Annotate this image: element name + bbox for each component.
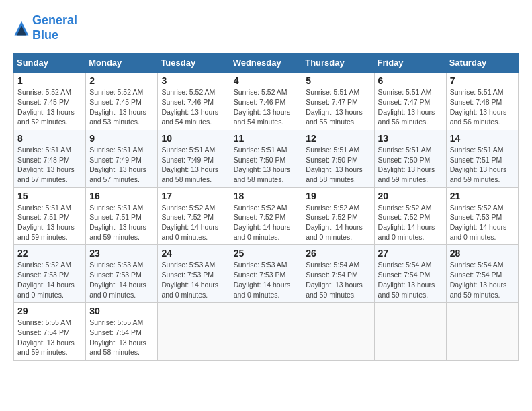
calendar-week-row: 22 Sunrise: 5:52 AM Sunset: 7:53 PM Dayl…: [14, 245, 519, 303]
day-info: Sunrise: 5:53 AM Sunset: 7:53 PM Dayligh…: [234, 260, 299, 300]
sunrise-label: Sunrise: 5:51 AM: [89, 146, 143, 154]
day-number: 18: [234, 191, 299, 201]
sunrise-label: Sunrise: 5:52 AM: [89, 88, 143, 96]
daylight-label: Daylight: 13 hours and 56 minutes.: [378, 108, 435, 126]
sunrise-label: Sunrise: 5:53 AM: [89, 261, 143, 269]
day-number: 7: [450, 75, 515, 86]
sunrise-label: Sunrise: 5:51 AM: [306, 88, 359, 96]
day-info: Sunrise: 5:52 AM Sunset: 7:52 PM Dayligh…: [378, 203, 443, 242]
day-info: Sunrise: 5:52 AM Sunset: 7:53 PM Dayligh…: [450, 203, 515, 242]
day-info: Sunrise: 5:51 AM Sunset: 7:48 PM Dayligh…: [450, 87, 515, 127]
calendar-cell: 30 Sunrise: 5:55 AM Sunset: 7:54 PM Dayl…: [86, 303, 158, 361]
sunrise-label: Sunrise: 5:51 AM: [17, 203, 71, 212]
calendar-cell: [158, 303, 230, 361]
sunset-label: Sunset: 7:54 PM: [378, 271, 431, 279]
day-info: Sunrise: 5:54 AM Sunset: 7:54 PM Dayligh…: [378, 260, 443, 300]
sunrise-label: Sunrise: 5:52 AM: [306, 203, 359, 212]
calendar-cell: 1 Sunrise: 5:52 AM Sunset: 7:45 PM Dayli…: [14, 73, 86, 130]
calendar-cell: 18 Sunrise: 5:52 AM Sunset: 7:52 PM Dayl…: [230, 187, 302, 245]
day-info: Sunrise: 5:53 AM Sunset: 7:53 PM Dayligh…: [161, 260, 226, 300]
sunrise-label: Sunrise: 5:51 AM: [306, 146, 359, 154]
sunset-label: Sunset: 7:51 PM: [17, 213, 70, 221]
sunset-label: Sunset: 7:53 PM: [450, 213, 502, 221]
daylight-label: Daylight: 13 hours and 57 minutes.: [17, 165, 75, 183]
calendar-cell: 15 Sunrise: 5:51 AM Sunset: 7:51 PM Dayl…: [14, 187, 86, 245]
day-info: Sunrise: 5:51 AM Sunset: 7:48 PM Dayligh…: [17, 145, 82, 185]
sunset-label: Sunset: 7:46 PM: [234, 98, 286, 106]
daylight-label: Daylight: 14 hours and 0 minutes.: [450, 223, 507, 241]
day-info: Sunrise: 5:52 AM Sunset: 7:46 PM Dayligh…: [234, 87, 299, 127]
calendar-cell: 26 Sunrise: 5:54 AM Sunset: 7:54 PM Dayl…: [302, 245, 374, 303]
day-number: 6: [378, 75, 443, 86]
daylight-label: Daylight: 13 hours and 57 minutes.: [89, 165, 146, 183]
day-info: Sunrise: 5:52 AM Sunset: 7:45 PM Dayligh…: [89, 87, 154, 127]
sunset-label: Sunset: 7:50 PM: [234, 156, 286, 164]
calendar-cell: 17 Sunrise: 5:52 AM Sunset: 7:52 PM Dayl…: [158, 187, 230, 245]
sunset-label: Sunset: 7:46 PM: [161, 98, 214, 106]
logo-icon: [13, 20, 30, 36]
calendar-cell: 28 Sunrise: 5:54 AM Sunset: 7:54 PM Dayl…: [446, 245, 518, 303]
day-info: Sunrise: 5:52 AM Sunset: 7:46 PM Dayligh…: [161, 87, 226, 127]
day-info: Sunrise: 5:51 AM Sunset: 7:49 PM Dayligh…: [161, 145, 226, 185]
day-number: 26: [306, 248, 370, 259]
day-number: 23: [89, 248, 154, 259]
daylight-label: Daylight: 13 hours and 59 minutes.: [378, 165, 435, 183]
calendar-cell: 8 Sunrise: 5:51 AM Sunset: 7:48 PM Dayli…: [14, 130, 86, 187]
day-info: Sunrise: 5:52 AM Sunset: 7:52 PM Dayligh…: [306, 203, 370, 242]
day-number: 13: [378, 133, 443, 144]
sunset-label: Sunset: 7:52 PM: [378, 213, 431, 221]
calendar-cell: 24 Sunrise: 5:53 AM Sunset: 7:53 PM Dayl…: [158, 245, 230, 303]
daylight-label: Daylight: 14 hours and 0 minutes.: [89, 281, 146, 299]
daylight-label: Daylight: 13 hours and 58 minutes.: [89, 338, 146, 357]
sunset-label: Sunset: 7:47 PM: [378, 98, 431, 106]
day-info: Sunrise: 5:52 AM Sunset: 7:45 PM Dayligh…: [17, 87, 82, 127]
daylight-label: Daylight: 14 hours and 0 minutes.: [234, 281, 291, 299]
weekday-header-sunday: Sunday: [14, 54, 86, 73]
sunrise-label: Sunrise: 5:52 AM: [450, 203, 504, 212]
calendar-cell: 22 Sunrise: 5:52 AM Sunset: 7:53 PM Dayl…: [14, 245, 86, 303]
daylight-label: Daylight: 14 hours and 0 minutes.: [161, 223, 218, 241]
day-number: 3: [161, 75, 226, 86]
calendar-week-row: 29 Sunrise: 5:55 AM Sunset: 7:54 PM Dayl…: [14, 303, 519, 361]
calendar-cell: [230, 303, 302, 361]
day-info: Sunrise: 5:52 AM Sunset: 7:52 PM Dayligh…: [234, 203, 299, 242]
weekday-header-thursday: Thursday: [302, 54, 374, 73]
calendar-cell: 2 Sunrise: 5:52 AM Sunset: 7:45 PM Dayli…: [86, 73, 158, 130]
weekday-header-wednesday: Wednesday: [230, 54, 302, 73]
calendar-cell: 23 Sunrise: 5:53 AM Sunset: 7:53 PM Dayl…: [86, 245, 158, 303]
sunrise-label: Sunrise: 5:51 AM: [17, 146, 71, 154]
sunset-label: Sunset: 7:52 PM: [234, 213, 286, 221]
calendar-cell: 5 Sunrise: 5:51 AM Sunset: 7:47 PM Dayli…: [302, 73, 374, 130]
day-number: 24: [161, 248, 226, 259]
daylight-label: Daylight: 13 hours and 59 minutes.: [306, 281, 363, 299]
sunrise-label: Sunrise: 5:52 AM: [17, 88, 71, 96]
day-number: 2: [89, 75, 154, 86]
calendar-cell: 16 Sunrise: 5:51 AM Sunset: 7:51 PM Dayl…: [86, 187, 158, 245]
day-number: 27: [378, 248, 443, 259]
sunset-label: Sunset: 7:53 PM: [161, 271, 214, 279]
day-number: 8: [17, 133, 82, 144]
calendar-cell: 6 Sunrise: 5:51 AM Sunset: 7:47 PM Dayli…: [374, 73, 446, 130]
weekday-header-friday: Friday: [374, 54, 446, 73]
calendar-cell: [302, 303, 374, 361]
sunset-label: Sunset: 7:52 PM: [161, 213, 214, 221]
sunset-label: Sunset: 7:50 PM: [378, 156, 431, 164]
day-info: Sunrise: 5:51 AM Sunset: 7:50 PM Dayligh…: [234, 145, 299, 185]
sunset-label: Sunset: 7:45 PM: [17, 98, 70, 106]
daylight-label: Daylight: 13 hours and 59 minutes.: [450, 165, 507, 183]
day-number: 30: [89, 306, 154, 316]
day-info: Sunrise: 5:51 AM Sunset: 7:51 PM Dayligh…: [17, 203, 82, 242]
sunrise-label: Sunrise: 5:55 AM: [17, 318, 71, 326]
day-info: Sunrise: 5:51 AM Sunset: 7:49 PM Dayligh…: [89, 145, 154, 185]
sunrise-label: Sunrise: 5:51 AM: [378, 146, 432, 154]
day-number: 16: [89, 191, 154, 201]
weekday-header-saturday: Saturday: [446, 54, 518, 73]
sunrise-label: Sunrise: 5:51 AM: [234, 146, 287, 154]
daylight-label: Daylight: 13 hours and 59 minutes.: [89, 223, 146, 241]
sunrise-label: Sunrise: 5:54 AM: [306, 261, 359, 269]
sunset-label: Sunset: 7:54 PM: [89, 328, 142, 336]
sunrise-label: Sunrise: 5:51 AM: [450, 88, 504, 96]
calendar-cell: [446, 303, 518, 361]
sunset-label: Sunset: 7:48 PM: [450, 98, 502, 106]
daylight-label: Daylight: 13 hours and 56 minutes.: [450, 108, 507, 126]
